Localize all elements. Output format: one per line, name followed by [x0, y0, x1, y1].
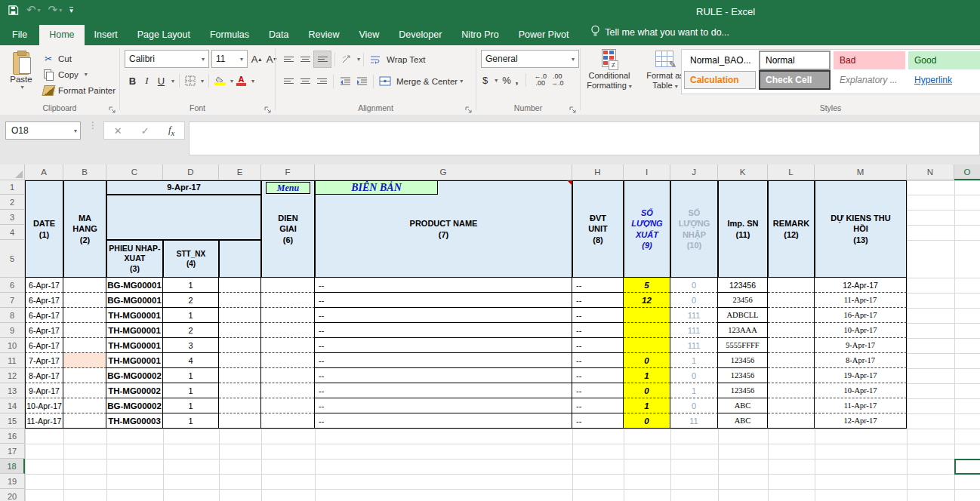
row-header-20[interactable]: 20: [0, 489, 25, 501]
cell-A6[interactable]: 6-Apr-17: [25, 278, 63, 293]
col-header-E[interactable]: E: [219, 164, 261, 180]
row-header-9[interactable]: 9: [0, 323, 25, 338]
col-header-M[interactable]: M: [815, 164, 907, 180]
cell-L10[interactable]: [768, 338, 815, 353]
col-header-I[interactable]: I: [624, 164, 670, 180]
row-header-17[interactable]: 17: [0, 444, 25, 459]
comma-style-icon[interactable]: ,: [516, 75, 519, 86]
header-cell-ma-hang[interactable]: MA HANG (2): [63, 180, 106, 278]
cell-A12[interactable]: 8-Apr-17: [25, 368, 63, 383]
paste-button[interactable]: Paste ▾: [5, 49, 38, 109]
cell-H7[interactable]: --: [572, 293, 624, 308]
cell-K12[interactable]: 123456: [718, 368, 768, 383]
cell-J13[interactable]: 1: [670, 383, 718, 398]
cell-B8[interactable]: [63, 308, 106, 323]
cell-C6[interactable]: BG-MG00001: [106, 278, 163, 293]
style-chip-calculation[interactable]: Calculation: [684, 71, 756, 89]
italic-button[interactable]: I: [140, 73, 153, 88]
enter-icon[interactable]: ✓: [141, 125, 149, 137]
align-center-icon[interactable]: [297, 73, 313, 89]
style-chip-normal-bao[interactable]: Normal_BAO...: [684, 51, 756, 69]
dialog-launcher-icon[interactable]: [569, 103, 577, 112]
cell-G6[interactable]: --: [315, 278, 572, 293]
cell-E15[interactable]: [219, 413, 261, 429]
header-cell-blank[interactable]: [106, 195, 261, 240]
header-cell-phieu[interactable]: PHIEU NHAP- XUAT (3): [106, 240, 163, 278]
cell-C10[interactable]: TH-MG00001: [106, 338, 163, 353]
tab-data[interactable]: Data: [259, 25, 298, 45]
cell-K13[interactable]: 123456: [718, 383, 768, 398]
cell-D9[interactable]: 2: [163, 323, 219, 338]
cell-J14[interactable]: 0: [670, 398, 718, 413]
cell-I8[interactable]: [624, 308, 670, 323]
cell-H10[interactable]: --: [572, 338, 624, 353]
cell-G9[interactable]: --: [315, 323, 572, 338]
cell-L7[interactable]: [768, 293, 815, 308]
cell-D6[interactable]: 1: [163, 278, 219, 293]
col-header-F[interactable]: F: [261, 164, 315, 180]
selected-cell-O18[interactable]: [954, 459, 980, 475]
menu-button[interactable]: Menu: [266, 182, 310, 194]
cell-M8[interactable]: 16-Apr-17: [815, 308, 907, 323]
cell-A7[interactable]: 6-Apr-17: [25, 293, 63, 308]
cell-I14[interactable]: 1: [624, 398, 670, 413]
row-header-18[interactable]: 18: [0, 459, 25, 474]
cell-D10[interactable]: 3: [163, 338, 219, 353]
cell-L12[interactable]: [768, 368, 815, 383]
row-header-7[interactable]: 7: [0, 293, 25, 308]
cell-C7[interactable]: BG-MG00001: [106, 293, 163, 308]
tab-power-pivot[interactable]: Power Pivot: [509, 25, 579, 45]
wrap-text-icon[interactable]: [367, 51, 384, 67]
cut-button[interactable]: ✂ Cut: [42, 51, 116, 66]
cell-F15[interactable]: [261, 413, 315, 429]
row-header-11[interactable]: 11: [0, 353, 25, 368]
header-cell-date[interactable]: DATE (1): [25, 180, 63, 278]
cell-H15[interactable]: --: [572, 413, 624, 429]
tab-home[interactable]: Home: [39, 25, 84, 45]
cell-F9[interactable]: [261, 323, 315, 338]
cell-A10[interactable]: 6-Apr-17: [25, 338, 63, 353]
name-box[interactable]: O18 ▾: [5, 121, 81, 140]
row-header-1[interactable]: 1: [0, 180, 25, 195]
style-chip-bad[interactable]: Bad: [834, 51, 905, 69]
header-cell-blank[interactable]: [219, 240, 261, 278]
cell-E14[interactable]: [219, 398, 261, 413]
tab-page-layout[interactable]: Page Layout: [128, 25, 200, 45]
row-header-2[interactable]: 2: [0, 195, 25, 210]
cell-C14[interactable]: BG-MG00002: [106, 398, 163, 413]
cell-G10[interactable]: --: [315, 338, 572, 353]
tab-insert[interactable]: Insert: [85, 25, 128, 45]
underline-button[interactable]: U: [155, 73, 168, 88]
cell-L15[interactable]: [768, 413, 815, 429]
cell-J6[interactable]: 0: [670, 278, 718, 293]
number-format-select[interactable]: General▾: [481, 50, 579, 68]
col-header-G[interactable]: G: [315, 164, 572, 180]
header-cell-so-luong-xuat[interactable]: SỐ LƯỢNG XUẤT (9): [624, 180, 670, 278]
copy-button[interactable]: Copy ▾: [42, 66, 116, 82]
cell-B6[interactable]: [63, 278, 106, 293]
tab-file[interactable]: File: [0, 25, 39, 45]
cell-J11[interactable]: 1: [670, 353, 718, 368]
cell-M13[interactable]: 10-Apr-17: [815, 383, 907, 398]
percent-style-icon[interactable]: %: [502, 75, 511, 86]
decrease-decimal-icon[interactable]: .00→.0: [551, 73, 564, 87]
cell-J8[interactable]: 111: [670, 308, 718, 323]
cell-D15[interactable]: 1: [163, 413, 219, 429]
cell-I7[interactable]: 12: [624, 293, 670, 308]
cell-F6[interactable]: [261, 278, 315, 293]
save-icon[interactable]: [8, 5, 19, 16]
cell-K10[interactable]: 5555FFFF: [718, 338, 768, 353]
header-cell-dien-giai[interactable]: DIEN GIAI (6): [261, 180, 315, 278]
header-cell-so-luong-nhap[interactable]: SỐ LƯỢNG NHẬP (10): [670, 180, 718, 278]
middle-align-icon[interactable]: [297, 51, 313, 67]
cell-M9[interactable]: 10-Apr-17: [815, 323, 907, 338]
cell-I12[interactable]: 1: [624, 368, 670, 383]
tab-formulas[interactable]: Formulas: [200, 25, 259, 45]
font-name-select[interactable]: Calibri▾: [125, 50, 209, 68]
cell-H6[interactable]: --: [572, 278, 624, 293]
cell-H13[interactable]: --: [572, 383, 624, 398]
cell-L6[interactable]: [768, 278, 815, 293]
header-cell-dvt-unit[interactable]: ĐVT UNIT (8): [572, 180, 624, 278]
cell-I6[interactable]: 5: [624, 278, 670, 293]
cell-D14[interactable]: 1: [163, 398, 219, 413]
